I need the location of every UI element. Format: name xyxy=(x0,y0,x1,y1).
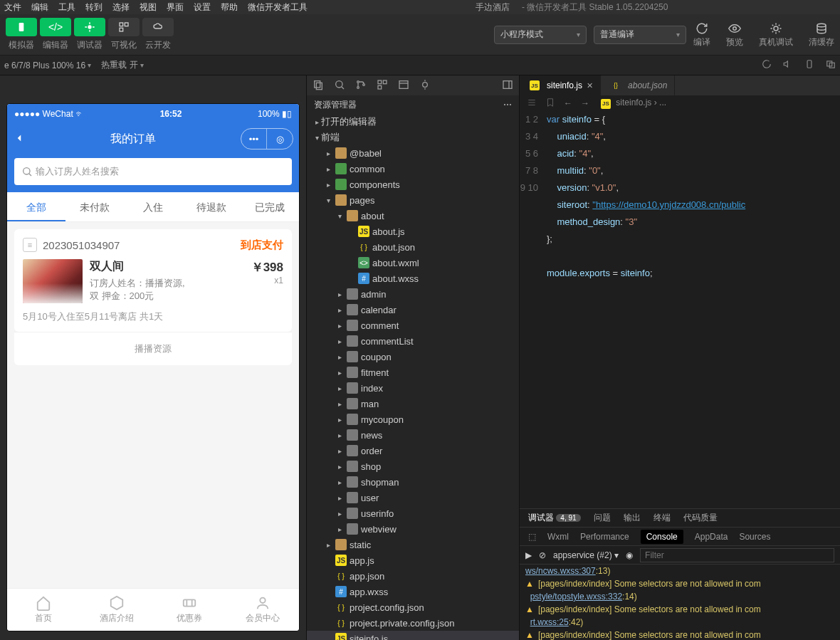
clear-cache-action[interactable]: 清缓存 xyxy=(809,21,834,48)
dt-tab-terminal[interactable]: 终端 xyxy=(653,512,671,524)
preview-action[interactable]: 预览 xyxy=(726,21,743,48)
close-icon[interactable]: ✕ xyxy=(587,81,593,90)
menu-tools[interactable]: 工具 xyxy=(58,1,75,14)
search-input[interactable]: 输入订房人姓名搜索 xyxy=(14,158,292,185)
inspect-icon[interactable]: ⬚ xyxy=(528,532,536,542)
tab-refund[interactable]: 待退款 xyxy=(182,192,241,221)
tree-commentList[interactable]: ▸commentList xyxy=(307,333,519,349)
clear-console-icon[interactable]: ⊘ xyxy=(539,550,546,560)
bookmark-icon[interactable] xyxy=(545,98,555,110)
menu-help[interactable]: 帮助 xyxy=(221,1,238,14)
menu-wechat[interactable]: 微信开发者工具 xyxy=(248,1,308,14)
debugger-button[interactable] xyxy=(74,18,105,36)
tab-checkedin[interactable]: 入住 xyxy=(124,192,182,221)
dt-tab-debugger[interactable]: 调试器 4, 91 xyxy=(528,512,581,524)
refresh-icon[interactable] xyxy=(762,59,772,71)
tree-man[interactable]: ▸man xyxy=(307,396,519,411)
detach-icon[interactable] xyxy=(826,59,836,71)
tree-shop[interactable]: ▸shop xyxy=(307,458,519,474)
tree-babel[interactable]: ▸@babel xyxy=(307,145,519,161)
order-card[interactable]: ≡ 2023051034907 到店支付 双人间 订房人姓名：播播资源, 双 押… xyxy=(14,229,292,332)
nav-fwd-icon[interactable]: → xyxy=(581,98,589,108)
editor-button[interactable]: </> xyxy=(40,18,71,36)
menu-view[interactable]: 视图 xyxy=(140,1,157,14)
mute-icon[interactable] xyxy=(783,59,793,71)
menu-select[interactable]: 选择 xyxy=(112,1,130,14)
layout-toggle-icon[interactable] xyxy=(502,79,513,93)
console-log[interactable]: ws/ncws.wxss:307:13) ▲[pages/index/index… xyxy=(520,565,840,640)
capsule-menu-button[interactable]: ••• xyxy=(241,129,267,149)
tree-aboutwxml[interactable]: <>about.wxml xyxy=(307,255,519,271)
dt-sub-wxml[interactable]: Wxml xyxy=(547,532,569,542)
tree-shopman[interactable]: ▸shopman xyxy=(307,474,519,490)
tree-about[interactable]: ▾about xyxy=(307,208,519,224)
tree-userinfo[interactable]: ▸userinfo xyxy=(307,505,519,521)
tree-siteinfo[interactable]: JSsiteinfo.js xyxy=(307,631,519,640)
tree-components[interactable]: ▸components xyxy=(307,177,519,192)
tree-aboutjson[interactable]: { }about.json xyxy=(307,239,519,255)
extensions-icon[interactable] xyxy=(377,79,388,93)
tree-calendar[interactable]: ▸calendar xyxy=(307,302,519,318)
back-button[interactable] xyxy=(13,132,26,147)
tree-ppriv[interactable]: { }project.private.config.json xyxy=(307,615,519,631)
play-icon[interactable]: ▶ xyxy=(525,550,532,560)
cloud-button[interactable] xyxy=(142,18,174,36)
tree-mycoupon[interactable]: ▸mycoupon xyxy=(307,411,519,427)
dt-sub-appdata[interactable]: AppData xyxy=(695,532,728,542)
bug-icon[interactable] xyxy=(419,79,431,93)
dt-sub-sources[interactable]: Sources xyxy=(739,532,770,542)
dt-sub-console[interactable]: Console xyxy=(641,530,683,544)
tree-open-editors[interactable]: ▸打开的编辑器 xyxy=(307,114,519,130)
nav-member[interactable]: 会员中心 xyxy=(226,589,300,631)
menu-interface[interactable]: 界面 xyxy=(167,1,184,14)
compile-action[interactable]: 编译 xyxy=(693,21,710,48)
tab-all[interactable]: 全部 xyxy=(7,192,65,221)
menu-settings[interactable]: 设置 xyxy=(194,1,211,14)
menu-goto[interactable]: 转到 xyxy=(85,1,103,14)
tree-pages[interactable]: ▾pages xyxy=(307,192,519,208)
remote-debug-action[interactable]: 真机调试 xyxy=(759,21,793,48)
tree-static[interactable]: ▸static xyxy=(307,537,519,552)
tree-pconf[interactable]: { }project.config.json xyxy=(307,599,519,615)
tree-fitment[interactable]: ▸fitment xyxy=(307,364,519,380)
search-icon[interactable] xyxy=(334,79,345,93)
menu-file[interactable]: 文件 xyxy=(4,1,21,14)
compile-mode-select[interactable]: 普通编译▾ xyxy=(594,26,686,44)
tree-common[interactable]: ▸common xyxy=(307,161,519,177)
tree-webview[interactable]: ▸webview xyxy=(307,521,519,537)
tree-index[interactable]: ▸index xyxy=(307,380,519,396)
tab-aboutjson[interactable]: {}about.json xyxy=(601,75,675,95)
nav-about[interactable]: 酒店介绍 xyxy=(80,589,154,631)
tree-aboutwxss[interactable]: #about.wxss xyxy=(307,271,519,286)
tree-appwxss[interactable]: #app.wxss xyxy=(307,584,519,599)
list-icon[interactable] xyxy=(527,98,537,110)
tree-root[interactable]: ▾前端 xyxy=(307,130,519,145)
nav-home[interactable]: 首页 xyxy=(7,589,80,631)
eye-icon[interactable]: ◉ xyxy=(626,550,633,560)
dt-tab-output[interactable]: 输出 xyxy=(624,512,641,524)
context-selector[interactable]: appservice (#2) ▾ xyxy=(553,550,619,560)
visual-button[interactable] xyxy=(108,18,140,36)
nav-coupon[interactable]: 优惠券 xyxy=(153,589,226,631)
capsule-close-button[interactable]: ◎ xyxy=(267,129,293,149)
dt-tab-problems[interactable]: 问题 xyxy=(594,512,611,524)
code-area[interactable]: 1 2 3 4 5 6 7 8 9 10 var siteinfo = { un… xyxy=(520,111,840,508)
menu-edit[interactable]: 编辑 xyxy=(31,1,48,14)
multi-file-icon[interactable] xyxy=(313,79,324,93)
tree-order[interactable]: ▸order xyxy=(307,443,519,458)
hot-reload-toggle[interactable]: 热重载 开 ▾ xyxy=(101,59,144,71)
tree-coupon[interactable]: ▸coupon xyxy=(307,349,519,364)
console-filter-input[interactable] xyxy=(640,548,834,562)
tree-admin[interactable]: ▸admin xyxy=(307,286,519,302)
git-icon[interactable] xyxy=(355,79,367,93)
tab-done[interactable]: 已完成 xyxy=(241,192,299,221)
panel-icon[interactable] xyxy=(398,79,409,93)
dt-tab-quality[interactable]: 代码质量 xyxy=(683,512,718,524)
tab-siteinfo[interactable]: JSsiteinfo.js✕ xyxy=(520,75,601,95)
mode-select[interactable]: 小程序模式▾ xyxy=(494,26,587,44)
dt-sub-perf[interactable]: Performance xyxy=(580,532,629,542)
device-icon[interactable] xyxy=(804,59,814,71)
tree-news[interactable]: ▸news xyxy=(307,427,519,443)
tab-unpaid[interactable]: 未付款 xyxy=(65,192,124,221)
tree-comment[interactable]: ▸comment xyxy=(307,318,519,333)
